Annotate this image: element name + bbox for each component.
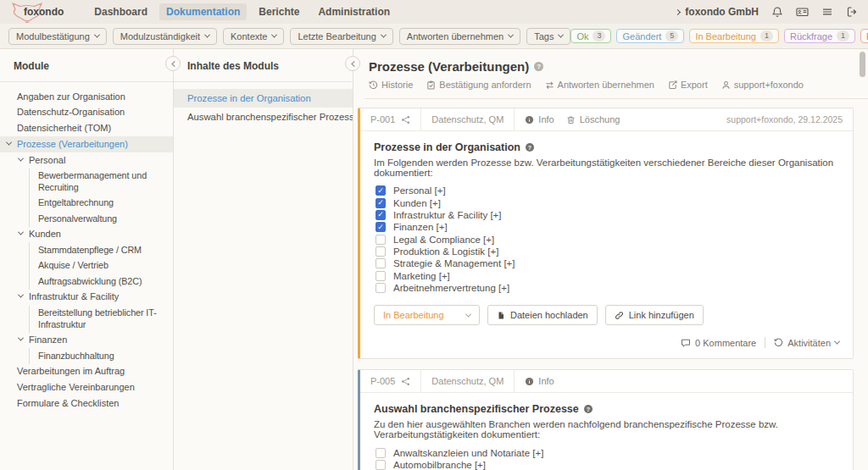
contents-list-item[interactable]: Prozesse in der Organisation (174, 89, 353, 108)
activities-button[interactable]: Aktivitäten (774, 338, 839, 348)
module-tree-item-label: Entgeltabrechnung (38, 197, 114, 208)
share-icon[interactable] (401, 115, 410, 124)
nav-item[interactable]: Administration (311, 3, 397, 20)
app-logo[interactable]: foxondo (10, 1, 64, 23)
filter-dropdown[interactable]: Antworten übernehmen (399, 28, 520, 45)
menu-icon[interactable] (821, 6, 833, 18)
content-area: Module Angaben zur Organisation Datensch… (0, 49, 868, 470)
checkbox[interactable] (376, 460, 386, 470)
checkbox[interactable] (376, 271, 386, 281)
checkbox-label: Produktion & Logistik [+] (393, 246, 498, 257)
module-tree-item[interactable]: Personalverwaltung (29, 211, 173, 226)
org-switcher[interactable]: foxondo GmbH (676, 6, 759, 18)
collapse-modules-button[interactable] (165, 56, 181, 71)
filter-dropdown[interactable]: Letzte Bearbeitung (290, 28, 392, 45)
trash-icon (566, 115, 576, 124)
checkbox-row[interactable]: Marketing [+] (374, 270, 839, 282)
module-tree-item[interactable]: Verarbeitungen im Auftrag (0, 364, 173, 380)
collapse-contents-button[interactable] (345, 56, 360, 71)
status-badge[interactable]: Handlungsbedarf 1 (860, 29, 868, 43)
checkbox[interactable] (376, 185, 386, 196)
card-tab[interactable]: Info (525, 114, 554, 124)
filter-dropdown[interactable]: Kontexte (223, 28, 284, 45)
module-tree-item[interactable]: Prozesse (Verarbeitungen) (0, 136, 173, 152)
checkbox[interactable] (376, 283, 386, 293)
card-tab[interactable]: Info (525, 376, 554, 386)
module-tree-item[interactable]: Stammdatenpflege / CRM (29, 242, 173, 257)
chevron-down-icon (7, 123, 17, 130)
upload-files-button[interactable]: Dateien hochladen (487, 305, 598, 325)
card-heading: Prozesse in der Organisation (374, 141, 520, 153)
toolbar-action[interactable]: Antworten übernehmen (545, 80, 654, 90)
module-tree-item[interactable]: Kunden (0, 227, 173, 243)
chevron-left-icon (171, 60, 177, 66)
module-tree-item[interactable]: Angaben zur Organisation (0, 89, 173, 105)
checkbox-row[interactable]: Kunden [+] (374, 196, 839, 208)
checkbox[interactable] (376, 246, 386, 257)
scrollbar-thumb[interactable] (860, 52, 865, 77)
chevron-down-icon (834, 339, 840, 345)
toolbar-action[interactable]: Historie (369, 80, 413, 90)
checkbox[interactable] (376, 448, 386, 458)
id-card-icon[interactable] (796, 6, 809, 18)
status-select[interactable]: In Bearbeitung (374, 305, 480, 325)
module-tree-item[interactable]: Finanzbuchhaltung (29, 348, 173, 363)
bell-icon[interactable] (771, 6, 783, 18)
filter-dropdown[interactable]: Tags (526, 28, 570, 45)
module-tree-item[interactable]: Bewerbermanagement und Recruiting (29, 169, 173, 196)
add-link-button[interactable]: Link hinzufügen (605, 305, 704, 325)
status-badge[interactable]: Ok 3 (570, 29, 611, 43)
filter-dropdown[interactable]: Modulbestätigung (8, 28, 107, 45)
status-badge[interactable]: In Bearbeitung 1 (689, 29, 779, 43)
status-badge[interactable]: Geändert 5 (616, 29, 684, 43)
module-tree-item[interactable]: Infrastruktur & Facility (0, 290, 173, 306)
nav-item[interactable]: Dokumentation (159, 3, 247, 20)
module-tree-item[interactable]: Bereitstellung betrieblicher IT-Infrastr… (29, 306, 173, 333)
checkbox[interactable] (376, 222, 386, 232)
module-tree-item[interactable]: Akquise / Vertrieb (29, 258, 173, 274)
toolbar-action[interactable]: Bestätigung anfordern (426, 80, 531, 90)
module-tree-item[interactable]: Formulare & Checklisten (0, 395, 173, 412)
checkbox-row[interactable]: Anwaltskanzleien und Notariate [+] (374, 446, 839, 458)
checkbox-row[interactable]: Arbeitnehmervertretung [+] (374, 282, 839, 294)
checkbox-row[interactable]: Legal & Compliance [+] (374, 234, 839, 246)
checkbox[interactable] (376, 198, 386, 208)
help-icon[interactable] (584, 405, 593, 413)
checkbox[interactable] (376, 210, 386, 220)
module-tree-item[interactable]: Auftragsabwicklung (B2C) (29, 274, 173, 289)
module-tree-item[interactable]: Datensicherheit (TOM) (0, 121, 173, 137)
card-tab[interactable]: Löschung (566, 114, 620, 124)
module-tree-item[interactable]: Personal (0, 152, 173, 169)
card-tags: Datenschutz, QM (421, 370, 515, 392)
module-tree-item[interactable]: Finanzen (0, 333, 173, 349)
help-icon[interactable] (526, 143, 534, 152)
module-contents-sidebar: Inhalte des Moduls Prozesse in der Organ… (174, 49, 353, 470)
logout-icon[interactable] (846, 6, 858, 18)
checkbox-row[interactable]: Produktion & Logistik [+] (374, 246, 839, 257)
toolbar-action[interactable]: support+foxondo (721, 80, 804, 90)
checkbox-row[interactable]: Infrastruktur & Facility [+] (374, 209, 839, 221)
comments-button[interactable]: 0 Kommentare (681, 338, 756, 348)
checkbox-label: Infrastruktur & Facility [+] (393, 210, 502, 220)
filter-dropdown[interactable]: Modulzuständigkeit (113, 28, 217, 45)
checkbox[interactable] (376, 235, 386, 245)
contents-list-item[interactable]: Auswahl branchenspezifischer Prozesse (174, 108, 353, 126)
checkbox-row[interactable]: Finanzen [+] (374, 221, 839, 233)
checkbox-row[interactable]: Automobilbranche [+] (374, 459, 839, 470)
toolbar-action[interactable]: Export (668, 80, 708, 90)
nav-item[interactable]: Berichte (252, 3, 306, 20)
checkbox-row[interactable]: Personal [+] (374, 185, 839, 196)
module-tree-item[interactable]: Vertragliche Vereinbarungen (0, 380, 173, 396)
checkbox-row[interactable]: Strategie & Management [+] (374, 257, 839, 269)
module-tree-item-label: Bewerbermanagement und Recruiting (38, 170, 170, 193)
comment-icon (681, 338, 691, 348)
main-content: Prozesse (Verarbeitungen) Historie (353, 49, 868, 470)
module-tree-item[interactable]: Datenschutz-Organisation (0, 105, 173, 121)
status-badge[interactable]: Rückfrage 1 (784, 29, 855, 43)
checkbox[interactable] (376, 258, 386, 268)
share-icon[interactable] (401, 377, 410, 386)
nav-item[interactable]: Dashboard (87, 3, 154, 20)
help-icon[interactable] (534, 62, 543, 71)
module-tree-item[interactable]: Entgeltabrechnung (29, 196, 173, 211)
top-navbar: foxondo Dashboard Dokumentation Berichte… (0, 0, 868, 24)
